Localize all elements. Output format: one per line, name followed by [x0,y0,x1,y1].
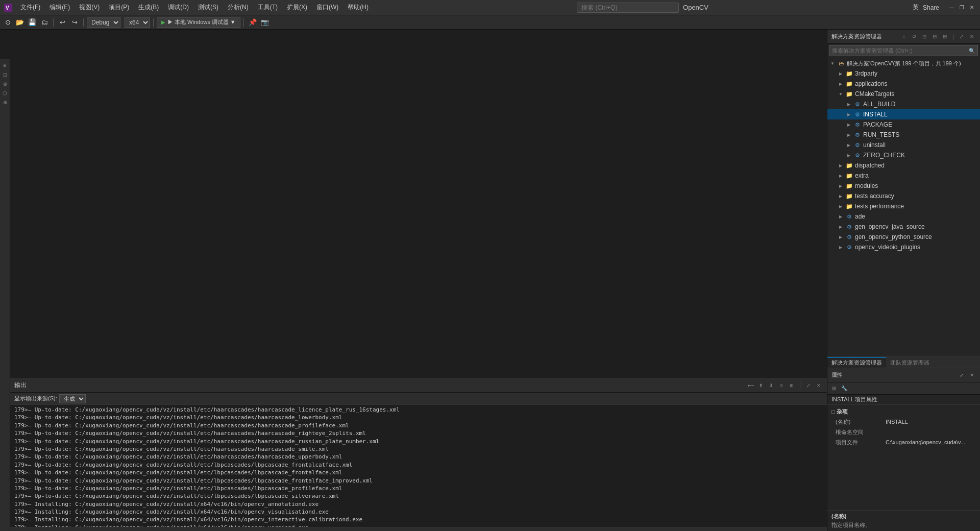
toolbar-open-btn[interactable]: 📂 [14,17,26,28]
tree-item[interactable]: ▼📁CMakeTargets [827,89,980,99]
toolbar-save-btn[interactable]: 💾 [27,17,38,28]
se-float-btn[interactable]: ⤢ [958,33,966,41]
output-line: 179>— Installing: C:/xugaoxiang/opencv_c… [14,508,823,516]
tree-item[interactable]: ▶⚙ade [827,211,980,222]
tree-item-label: opencv_videoio_plugins [855,244,920,251]
output-clear-btn[interactable]: ⬇ [767,381,775,390]
tree-item-arrow: ▶ [838,183,844,189]
tree-item[interactable]: ▶⚙RUN_TESTS [827,130,980,140]
output-list-btn[interactable]: ≡ [777,381,786,390]
menu-test[interactable]: 测试(S) [194,2,223,13]
menu-edit[interactable]: 编辑(E) [45,2,74,13]
toolbar-new-btn[interactable]: ⊙ [2,17,13,28]
props-header-buttons: ⤢ ✕ [958,371,976,379]
activity-debug-icon[interactable]: ⬡ [1,89,9,97]
props-close-btn[interactable]: ✕ [968,371,976,379]
tree-item[interactable]: ▶📁modules [827,181,980,191]
toolbar-redo-btn[interactable]: ↪ [69,17,80,28]
search-input[interactable] [577,3,679,13]
menu-file[interactable]: 文件(F) [16,2,44,13]
toolbar-undo-btn[interactable]: ↩ [57,17,68,28]
activity-git-icon[interactable]: ⊗ [1,80,9,88]
tree-item[interactable]: ▶⚙gen_opencv_java_source [827,222,980,232]
output-close-btn[interactable]: ✕ [815,381,823,390]
menu-bar: 文件(F) 编辑(E) 视图(V) 项目(P) 生成(B) 调试(D) 测试(S… [16,2,373,13]
tree-item[interactable]: ▶📁tests accuracy [827,191,980,201]
tree-item-label: modules [855,182,878,189]
tree-root[interactable]: ▼ 🗁 解决方案'OpenCV'(第 199 个项目，共 199 个) [827,58,980,68]
menu-window[interactable]: 窗口(W) [312,2,342,13]
activity-explorer-icon[interactable]: ≡ [1,61,9,69]
output-line: 179>— Up-to-date: C:/xugaoxiang/opencv_c… [14,422,823,429]
menu-project[interactable]: 项目(P) [105,2,133,13]
se-refresh-btn[interactable]: ↺ [910,33,918,41]
props-wrench-btn[interactable]: 🔧 [840,384,849,393]
run-button[interactable]: ▶ ▶ 本地 Windows 调试器 ▼ [157,17,240,28]
toolbar-camera-btn[interactable]: 📷 [259,17,271,28]
title-bar-left: V 文件(F) 编辑(E) 视图(V) 项目(P) 生成(B) 调试(D) 测试… [4,2,373,13]
tree-item[interactable]: ▶📁tests performance [827,201,980,211]
se-sync-btn[interactable]: ↕ [900,33,908,41]
play-icon: ▶ [161,19,165,25]
toolbar-sep3 [153,18,154,27]
se-filter-btn[interactable]: ⊡ [920,33,928,41]
menu-help[interactable]: 帮助(H) [344,2,373,13]
output-wrap-btn[interactable]: ⟵ [747,381,755,390]
output-scrollbar[interactable] [10,527,827,531]
cmake-icon: ⚙ [854,101,861,108]
se-collapse-btn[interactable]: ⊟ [930,33,939,41]
share-button[interactable]: Share [923,4,939,11]
solution-explorer: 解决方案资源管理器 ↕ ↺ ⊡ ⊟ ⊞ ⤢ ✕ 🔍 ▼ [827,30,980,368]
se-close-btn[interactable]: ✕ [968,33,976,41]
tree-item[interactable]: ▶📁applications [827,79,980,89]
tree-item[interactable]: ▶⚙PACKAGE [827,119,980,130]
folder-icon: 📁 [846,90,853,98]
cmake-icon: ⚙ [854,121,861,128]
tree-item[interactable]: ▶⚙uninstall [827,140,980,150]
tree-item[interactable]: ▶⚙opencv_videoio_plugins [827,242,980,252]
output-float-btn[interactable]: ⤢ [804,381,813,390]
props-float-btn[interactable]: ⤢ [958,371,966,379]
config-dropdown[interactable]: Debug [87,17,120,28]
output-copy-btn[interactable]: ⬆ [757,381,765,390]
main-layout: ≡ ⊡ ⊗ ⬡ ⊕ 输出 ⟵ ⬆ ⬇ ≡ ⊞ ⤢ ✕ [0,30,980,531]
se-tab-solution[interactable]: 解决方案资源管理器 [827,357,886,368]
editor-canvas [10,30,827,378]
activity-search-icon[interactable]: ⊡ [1,70,9,79]
menu-view[interactable]: 视图(V) [75,2,104,13]
tree-item[interactable]: ▶⚙gen_opencv_python_source [827,232,980,242]
toolbar-pin-btn[interactable]: 📌 [247,17,258,28]
minimize-button[interactable]: — [947,4,955,12]
menu-debug[interactable]: 调试(D) [164,2,193,13]
se-header-buttons: ↕ ↺ ⊡ ⊟ ⊞ ⤢ ✕ [900,33,976,41]
tree-item[interactable]: ▶📁dispatched [827,160,980,171]
menu-tools[interactable]: 工具(T) [254,2,282,13]
tree-item[interactable]: ▶⚙ZERO_CHECK [827,150,980,160]
props-row-projfile: 项目文件 C:\xugaoxiang\opencv_cuda\v... [827,437,980,447]
se-more-btn[interactable]: ⊞ [941,33,949,41]
toolbar-saveall-btn[interactable]: 🗂 [39,17,50,28]
output-controls: ⟵ ⬆ ⬇ ≡ ⊞ ⤢ ✕ [747,381,823,390]
close-button[interactable]: ✕ [968,4,976,12]
tree-item-label: ade [855,213,865,220]
folder-icon: 📁 [846,172,853,179]
se-search-input[interactable] [829,45,978,56]
cmake-icon: ⚙ [854,131,861,138]
output-more-btn[interactable]: ⊞ [788,381,796,390]
maximize-button[interactable]: ❐ [958,4,966,12]
folder-icon: 📁 [846,70,853,77]
se-tab-team[interactable]: 团队资源管理器 [886,357,934,368]
tree-item[interactable]: ▶📁extra [827,171,980,181]
menu-extensions[interactable]: 扩展(X) [283,2,311,13]
tree-item[interactable]: ▶⚙INSTALL [827,109,980,119]
tree-item-arrow: ▶ [846,101,852,107]
tree-item[interactable]: ▶⚙ALL_BUILD [827,99,980,109]
menu-build[interactable]: 生成(B) [134,2,163,13]
props-grid-btn[interactable]: ⊞ [829,384,839,393]
menu-analyze[interactable]: 分析(N) [224,2,253,13]
output-source-dropdown[interactable]: 生成 [59,394,86,403]
activity-extensions-icon[interactable]: ⊕ [1,98,9,106]
platform-dropdown[interactable]: x64 [125,17,150,28]
tree-item[interactable]: ▶📁3rdparty [827,68,980,79]
activity-bar: ≡ ⊡ ⊗ ⬡ ⊕ [0,59,10,531]
